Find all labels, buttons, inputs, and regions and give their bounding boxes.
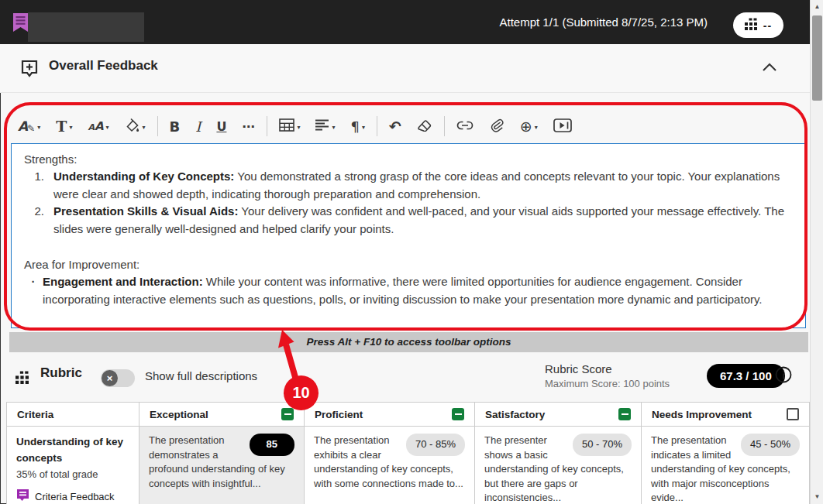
toggle-label: Show full descriptions [145, 369, 257, 382]
list-item: · Engagement and Interaction: While your… [24, 273, 793, 308]
paragraph-button[interactable]: ¶▾ [345, 115, 370, 138]
level-cell-exceptional[interactable]: 85 The presentation demonstrates a profo… [139, 427, 305, 504]
criterion-weight: 35% of total grade [16, 466, 129, 482]
overall-feedback-icon [21, 60, 38, 81]
collapse-column-button[interactable] [281, 408, 294, 420]
minus-icon [284, 413, 291, 415]
rubric-grid-icon [15, 371, 29, 387]
feedback-doc-icon [12, 12, 29, 36]
collapse-feedback-button[interactable] [760, 61, 779, 76]
score-pill: 85 [250, 434, 294, 456]
bullet-marker: · [24, 273, 43, 308]
toolbar-hint-bar: Press Alt + F10 to access toolbar option… [9, 332, 808, 352]
chevron-down-icon: ▾ [535, 124, 538, 131]
editor-toolbar: A✎▾ T▾ AA▾ ▾ B I U ⋯ ▾ ▾ ¶▾ ↶ ⊕▾ [12, 110, 795, 142]
range-pill: 70 - 85% [406, 434, 465, 456]
info-icon [775, 374, 792, 386]
criteria-feedback-link[interactable]: Criteria Feedback [16, 489, 115, 504]
align-button[interactable]: ▾ [310, 116, 340, 136]
level-cell-needs-improvement[interactable]: 45 - 50% The presentation indicates a li… [642, 427, 810, 504]
video-icon [553, 118, 572, 135]
link-button[interactable] [451, 117, 479, 136]
table-button[interactable]: ▾ [274, 115, 305, 137]
range-pill: 45 - 50% [741, 434, 800, 456]
font-size-icon: AA [88, 119, 103, 133]
paragraph-icon: ¶ [350, 118, 359, 135]
minus-icon [622, 413, 628, 415]
scrollbar-thumb[interactable] [812, 15, 822, 101]
pencil-icon: ✎ [27, 123, 35, 134]
chevron-down-icon: ▾ [69, 124, 72, 131]
criteria-feedback-icon [16, 489, 29, 504]
insert-content-button[interactable]: ⊕▾ [515, 115, 543, 138]
header-satisfactory: Satisfactory [475, 403, 642, 427]
attempt-info: Attempt 1/1 (Submitted 8/7/25, 2:13 PM) [500, 0, 708, 44]
improvement-label: Area for Improvement: [24, 256, 793, 273]
underline-icon: U [216, 119, 226, 134]
link-icon [456, 120, 473, 133]
header-criteria: Criteria [6, 403, 139, 427]
media-button[interactable] [548, 115, 577, 138]
list-item: 2. Presentation Skills & Visual Aids: Yo… [24, 203, 793, 238]
feedback-editor[interactable]: Strengths: 1. Understanding of Key Conce… [11, 143, 806, 328]
more-formatting-button[interactable]: ⋯ [236, 116, 260, 137]
grade-pill-button[interactable]: -- [733, 12, 783, 38]
rubric-table: Criteria Exceptional Proficient Satisfac… [6, 402, 810, 504]
list-number: 1. [24, 168, 53, 203]
toggle-off-x-icon: × [102, 370, 118, 386]
attachment-button[interactable] [484, 115, 510, 139]
scroll-up-icon[interactable]: ▲ [811, 1, 823, 13]
level-cell-satisfactory[interactable]: 50 - 70% The presenter shows a basic und… [475, 427, 642, 504]
range-pill: 50 - 70% [573, 434, 632, 456]
show-descriptions-toggle[interactable]: × [101, 369, 135, 387]
header-exceptional: Exceptional [139, 403, 305, 427]
eraser-icon [417, 118, 432, 134]
header-proficient: Proficient [305, 403, 475, 427]
undo-icon: ↶ [389, 118, 401, 135]
rubric-section-header: Rubric × Show full descriptions Rubric S… [0, 352, 810, 402]
ellipsis-icon: ⋯ [242, 119, 255, 134]
top-bar: Attempt 1/1 (Submitted 8/7/25, 2:13 PM) … [0, 0, 810, 44]
list-number: 2. [24, 203, 53, 238]
italic-button[interactable]: I [190, 115, 206, 138]
text-style-button[interactable]: A✎▾ [12, 115, 46, 137]
rubric-criterion-row: Understanding of key concepts 35% of tot… [6, 427, 810, 504]
fill-color-button[interactable]: ▾ [119, 115, 151, 139]
plus-circle-icon: ⊕ [520, 118, 532, 135]
clear-formatting-button[interactable] [412, 115, 438, 137]
level-cell-proficient[interactable]: 70 - 85% The presentation exhibits a cle… [305, 427, 475, 504]
list-item-text: Understanding of Key Concepts: You demon… [53, 168, 793, 203]
score-info-button[interactable] [775, 366, 792, 386]
italic-icon: I [195, 118, 201, 135]
bold-icon: B [170, 118, 181, 135]
overall-feedback-title: Overall Feedback [49, 58, 158, 74]
rubric-grid-icon [745, 18, 757, 33]
toolbar-divider [444, 116, 445, 136]
minus-icon [455, 413, 462, 415]
font-family-button[interactable]: T▾ [50, 115, 77, 138]
strengths-label: Strengths: [24, 151, 793, 168]
collapse-column-button[interactable] [618, 408, 631, 420]
underline-button[interactable]: U [211, 116, 232, 137]
bold-button[interactable]: B [164, 115, 186, 138]
collapse-column-button[interactable] [452, 408, 464, 420]
rubric-score-pill: 67.3 / 100 [707, 364, 785, 388]
undo-button[interactable]: ↶ [384, 115, 407, 138]
toolbar-divider [267, 116, 267, 136]
annotation-step-badge: 10 [284, 375, 319, 410]
scroll-down-icon[interactable]: ▼ [811, 491, 823, 503]
grade-value: -- [763, 19, 772, 32]
font-family-icon: T [56, 118, 67, 135]
chevron-down-icon: ▾ [332, 124, 335, 131]
chevron-down-icon: ▾ [362, 124, 365, 131]
rubric-header-row: Criteria Exceptional Proficient Satisfac… [6, 403, 810, 427]
chevron-down-icon: ▾ [297, 124, 300, 131]
column-checkbox[interactable] [787, 408, 799, 420]
font-size-button[interactable]: AA▾ [82, 116, 114, 136]
table-icon [279, 118, 294, 134]
align-icon [315, 119, 329, 133]
criteria-cell: Understanding of key concepts 35% of tot… [6, 427, 139, 504]
page-scrollbar[interactable]: ▲ ▼ [810, 0, 823, 504]
overall-feedback-header: Overall Feedback [0, 44, 810, 93]
fill-color-icon [125, 118, 140, 135]
